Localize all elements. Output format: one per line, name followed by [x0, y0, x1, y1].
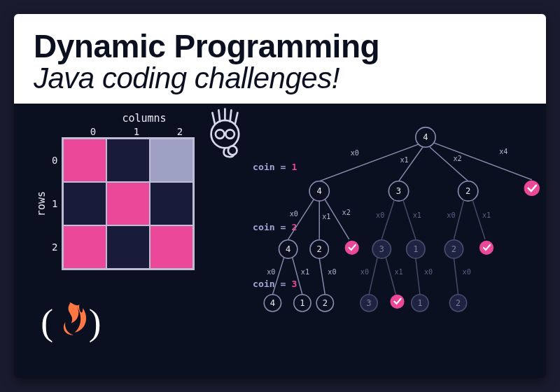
svg-text:2: 2 — [465, 186, 470, 196]
svg-text:1: 1 — [413, 244, 418, 254]
svg-text:x1: x1 — [322, 214, 330, 221]
svg-text:x1: x1 — [301, 269, 309, 276]
svg-line-63 — [369, 258, 377, 295]
svg-text:4: 4 — [423, 132, 428, 142]
svg-line-25 — [288, 200, 314, 240]
cell-0-1 — [106, 139, 150, 182]
svg-text:coin = 1: coin = 1 — [253, 162, 297, 172]
flame-icon — [64, 302, 86, 335]
svg-text:4: 4 — [286, 244, 290, 254]
svg-line-46 — [472, 200, 485, 240]
svg-text:x0: x0 — [328, 269, 336, 276]
svg-line-38 — [403, 200, 416, 240]
svg-text:x2: x2 — [453, 155, 461, 163]
svg-point-50 — [479, 241, 493, 255]
svg-text:4: 4 — [270, 298, 275, 308]
svg-text:x1: x1 — [394, 269, 402, 276]
svg-text:x0: x0 — [424, 269, 433, 276]
svg-text:3: 3 — [379, 244, 384, 254]
content-area: columns 0 1 2 rows 0 1 2 — [14, 104, 546, 378]
check-icon — [390, 295, 404, 309]
svg-text:x0: x0 — [376, 212, 384, 220]
svg-text:x1: x1 — [413, 212, 421, 220]
svg-line-44 — [454, 200, 463, 240]
svg-point-1 — [216, 130, 225, 139]
check-icon — [345, 241, 359, 255]
cell-2-2 — [150, 225, 193, 269]
check-icon — [479, 241, 493, 255]
cell-2-0 — [63, 225, 106, 269]
svg-line-51 — [272, 258, 284, 295]
svg-text:x0: x0 — [351, 150, 359, 158]
svg-text:coin = 2: coin = 2 — [253, 222, 297, 232]
svg-line-16 — [434, 144, 532, 181]
svg-text:1: 1 — [417, 298, 422, 308]
title-sub: Java coding challenges! — [34, 63, 526, 94]
svg-line-65 — [386, 258, 396, 295]
svg-point-35 — [345, 241, 359, 255]
cell-1-1 — [106, 182, 150, 225]
svg-text:x1: x1 — [400, 157, 409, 164]
check-icon — [524, 181, 540, 196]
title-bar: Dynamic Programming Java coding challeng… — [14, 14, 546, 104]
svg-text:x1: x1 — [482, 212, 491, 220]
row-indices: 0 1 2 — [52, 139, 57, 269]
cell-0-0 — [63, 139, 106, 182]
svg-text:(: ( — [41, 301, 53, 343]
svg-text:4: 4 — [317, 186, 322, 196]
svg-line-12 — [399, 148, 423, 182]
svg-text:2: 2 — [323, 298, 328, 308]
cell-0-2 — [150, 139, 193, 182]
freecodecamp-logo: ( ) — [35, 287, 105, 357]
svg-text:x2: x2 — [342, 209, 351, 217]
svg-text:x4: x4 — [499, 148, 507, 156]
cell-1-2 — [150, 182, 193, 225]
cell-2-1 — [106, 225, 150, 269]
grid-cells — [62, 137, 195, 270]
recursion-tree: coin = 1 coin = 2 coin = 3 4 x0 x1 x2 x4… — [248, 104, 546, 378]
svg-line-14 — [430, 148, 468, 182]
svg-text:3: 3 — [366, 298, 371, 308]
column-indices: 0 1 2 — [71, 126, 217, 137]
svg-text:x0: x0 — [463, 269, 471, 276]
svg-line-59 — [319, 258, 325, 295]
svg-text:x0: x0 — [360, 269, 369, 276]
cell-1-0 — [63, 182, 106, 225]
svg-text:3: 3 — [396, 186, 401, 196]
svg-text:x0: x0 — [267, 269, 275, 276]
svg-line-36 — [382, 200, 394, 240]
svg-text:1: 1 — [300, 298, 304, 308]
svg-text:2: 2 — [451, 244, 456, 254]
svg-point-69 — [390, 295, 404, 309]
rows-label: rows — [35, 191, 48, 216]
svg-point-24 — [524, 181, 540, 196]
svg-text:2: 2 — [317, 244, 322, 254]
svg-point-2 — [225, 130, 234, 139]
svg-line-53 — [293, 258, 302, 295]
svg-text:): ) — [89, 301, 102, 343]
svg-line-70 — [416, 258, 420, 295]
title-main: Dynamic Programming — [34, 29, 526, 63]
dp-grid: columns 0 1 2 rows 0 1 2 — [35, 112, 217, 270]
svg-text:2: 2 — [456, 298, 461, 308]
svg-point-4 — [228, 146, 237, 155]
svg-text:x0: x0 — [290, 211, 298, 218]
svg-text:x0: x0 — [447, 212, 455, 220]
svg-line-74 — [454, 258, 458, 295]
columns-label: columns — [71, 112, 217, 125]
